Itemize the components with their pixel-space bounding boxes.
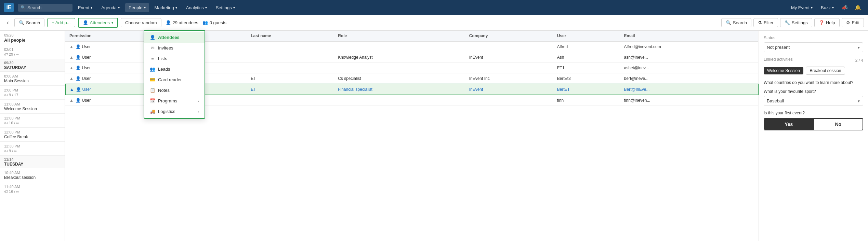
global-search-input[interactable]: [18, 4, 73, 12]
toolbar-edit-button[interactable]: ⚙ Edit: [842, 18, 864, 27]
permission-icon: ▲: [69, 98, 74, 103]
guests-icon: 👥: [202, 20, 208, 25]
right-panel: Status Not present Linked activities 2 /…: [759, 31, 868, 241]
cell-email: finn@ineven...: [620, 95, 758, 106]
sidebar-item-coffee-break[interactable]: 12:00 PM Coffee Break: [0, 128, 65, 142]
sidebar-item-badge5[interactable]: 11:40 AM 🏷 16 / ∞: [0, 182, 65, 196]
people-dropdown: 👤 Attendees ✉ Invitees ≡ Lists 👥 Leads 💳…: [144, 30, 205, 119]
permission-label: User: [82, 76, 91, 81]
card-reader-icon: 💳: [150, 77, 155, 82]
cell-role: [334, 95, 465, 106]
cell-user: ET1: [553, 63, 620, 73]
sidebar-item-all-people[interactable]: 09/20 All people: [0, 31, 65, 45]
nav-event[interactable]: Event ▾: [75, 3, 96, 12]
search-icon: 🔍: [726, 20, 731, 25]
cell-last: [247, 52, 334, 63]
permission-icon: ▲: [69, 55, 74, 60]
question-3: Is this your first event?: [764, 111, 863, 115]
programs-icon: 📅: [150, 98, 155, 103]
cell-role: Cs specialist: [334, 73, 465, 84]
sidebar-item-main-session[interactable]: 8:00 AM Main Session: [0, 72, 65, 86]
dropdown-item-logistics[interactable]: 🚚 Logistics ›: [144, 106, 205, 117]
toolbar-right: 🔍 Search ⚗ Filter 🔧 Settings ❓ Help ⚙ Ed…: [721, 18, 864, 27]
cell-role: Knowledge Analyst: [334, 52, 465, 63]
attendees-dropdown-trigger[interactable]: 👤 Attendees ▾: [78, 18, 118, 28]
cell-role: [334, 63, 465, 73]
nav-settings[interactable]: Settings ▾: [212, 3, 238, 12]
sidebar-item-badge4[interactable]: 12:30 PM 🏷 9 / ∞: [0, 142, 65, 156]
search-wrap: 🔍: [18, 4, 73, 12]
filter-icon: ⚗: [758, 20, 762, 25]
permission-label: User: [82, 55, 91, 60]
linked-tags: Welcome Session Breakout session: [764, 67, 863, 76]
col-last-name: Last name: [247, 31, 334, 41]
dropdown-item-programs[interactable]: 📅 Programs ›: [144, 96, 205, 106]
bell-icon[interactable]: 🔔: [852, 2, 864, 13]
chevron-down-icon: ▾: [175, 6, 177, 10]
yes-button[interactable]: Yes: [764, 119, 813, 130]
dropdown-item-card-reader[interactable]: 💳 Card reader: [144, 74, 205, 85]
dropdown-item-invitees[interactable]: ✉ Invitees: [144, 43, 205, 53]
question-1: What countries do you want to learn more…: [764, 80, 863, 85]
breakout-session-tag[interactable]: Breakout session: [806, 67, 845, 75]
user-icon: 👤: [76, 87, 81, 92]
col-email: Email: [620, 31, 758, 41]
invitees-icon: ✉: [150, 45, 155, 51]
dropdown-item-attendees[interactable]: 👤 Attendees: [144, 32, 205, 43]
dropdown-item-lists[interactable]: ≡ Lists: [144, 53, 205, 64]
chevron-down-icon: ▾: [118, 6, 120, 10]
sport-select[interactable]: Baseball: [764, 96, 863, 106]
permission-icon: ▲: [70, 87, 74, 92]
permission-label: User: [82, 87, 91, 92]
status-select[interactable]: Not present: [764, 42, 863, 52]
attendees-people-icon: 👤: [166, 20, 171, 25]
dropdown-item-leads[interactable]: 👥 Leads: [144, 64, 205, 74]
megaphone-icon[interactable]: 📣: [839, 2, 851, 13]
sidebar-item-welcome-session[interactable]: 11:00 AM Welcome Session: [0, 100, 65, 114]
toolbar-help-button[interactable]: ❓ Help: [814, 18, 840, 27]
permission-icon: ▲: [69, 76, 74, 81]
cell-last: [247, 41, 334, 52]
toolbar-search-button[interactable]: 🔍 Search: [721, 18, 751, 27]
sidebar-item-breakout-session[interactable]: 10:40 AM Breakout session: [0, 168, 65, 182]
sidebar-item-badge2[interactable]: 2:00 PM 🏷 9 / 17: [0, 86, 65, 100]
toolbar-settings-button[interactable]: 🔧 Settings: [780, 18, 812, 27]
search-button[interactable]: 🔍 Search: [14, 18, 44, 27]
cell-user: finn: [553, 95, 620, 106]
cell-role: Financial specialist: [334, 84, 465, 95]
toolbar-filter-button[interactable]: ⚗ Filter: [753, 18, 778, 27]
cell-company: InEvent Inc: [465, 73, 553, 84]
cell-last: ET: [247, 73, 334, 84]
user-icon: 👤: [76, 98, 81, 103]
col-company: Company: [465, 31, 553, 41]
choose-random-button[interactable]: Choose random: [121, 18, 161, 27]
chevron-down-icon: ▾: [811, 6, 813, 10]
attendees-icon: 👤: [150, 35, 155, 40]
nav-buzz[interactable]: Buzz ▾: [817, 3, 837, 12]
user-icon: 👤: [76, 55, 81, 60]
nav-right: My Event ▾ Buzz ▾ 📣 🔔: [788, 2, 864, 13]
cell-company: [465, 95, 553, 106]
chevron-down-icon: ▾: [144, 6, 146, 10]
chevron-down-icon: ▾: [205, 6, 207, 10]
add-person-button[interactable]: + Add p...: [47, 18, 75, 27]
dropdown-item-notes[interactable]: 📋 Notes: [144, 85, 205, 96]
no-button[interactable]: No: [813, 119, 863, 130]
nav-my-event[interactable]: My Event ▾: [788, 3, 816, 12]
sport-select-wrap: Baseball: [764, 96, 863, 106]
nav-marketing[interactable]: Marketing ▾: [151, 3, 181, 12]
sidebar-item-badge3[interactable]: 12:00 PM 🏷 16 / ∞: [0, 114, 65, 128]
permission-label: User: [82, 98, 91, 103]
cell-email: Alfred@inevent.com: [620, 41, 758, 52]
chevron-down-icon: ▾: [91, 6, 92, 10]
linked-activities-header: Linked activities 2 / 4: [764, 57, 863, 64]
sidebar-item-badge1[interactable]: 02/01 🏷 29 / ∞: [0, 45, 65, 59]
chevron-down-icon: ▾: [832, 6, 834, 10]
welcome-session-tag[interactable]: Welcome Session: [764, 67, 803, 74]
nav-agenda[interactable]: Agenda ▾: [98, 3, 123, 12]
sidebar-day-tuesday: 11/14 TUESDAY: [0, 156, 65, 168]
nav-people[interactable]: People ▾: [125, 3, 149, 12]
cell-company: [465, 63, 553, 73]
back-button[interactable]: ‹: [4, 18, 12, 28]
nav-analytics[interactable]: Analytics ▾: [183, 3, 210, 12]
